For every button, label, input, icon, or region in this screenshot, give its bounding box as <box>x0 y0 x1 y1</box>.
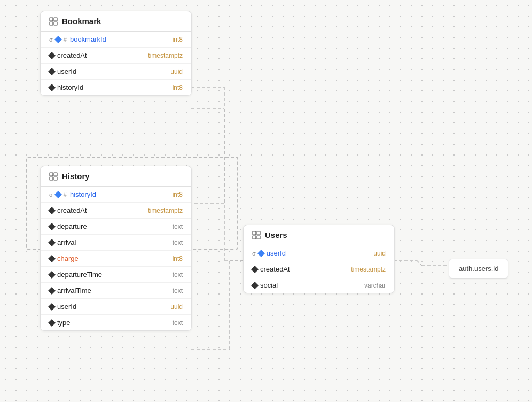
diamond-icon <box>48 254 56 262</box>
field-name: historyId <box>57 83 83 91</box>
auth-users-id-box: auth.users.id <box>449 259 508 279</box>
field-name: createdAt <box>57 206 87 214</box>
field-type: timestamptz <box>148 207 183 214</box>
field-type: varchar <box>364 282 386 289</box>
field-type: text <box>173 319 183 327</box>
users-table-header: Users <box>244 225 394 245</box>
field-name: type <box>57 319 71 327</box>
field-type: int8 <box>173 191 183 198</box>
svg-rect-20 <box>253 231 256 235</box>
field-type: text <box>173 271 183 279</box>
table-row: createdAt timestamptz <box>41 203 191 219</box>
table-row: social varchar <box>244 277 394 293</box>
history-table-header: History <box>41 166 191 187</box>
svg-rect-23 <box>257 236 260 239</box>
table-row: arrivalTime text <box>41 283 191 299</box>
field-name: bookmarkId <box>70 35 106 43</box>
table-row: userId uuid <box>41 299 191 315</box>
pk-icon: σ <box>49 191 53 198</box>
field-type: text <box>173 239 183 246</box>
pk-icon: σ <box>49 36 53 43</box>
pk-icon: σ <box>252 250 256 257</box>
field-name: userId <box>57 303 76 311</box>
field-name: social <box>260 281 278 289</box>
diamond-icon <box>48 83 56 91</box>
table-row: charge int8 <box>41 251 191 267</box>
bookmark-title: Bookmark <box>62 17 101 26</box>
hash-icon: # <box>64 36 67 43</box>
bookmark-table-header: Bookmark <box>41 11 191 32</box>
svg-rect-12 <box>50 18 53 21</box>
diamond-icon <box>251 265 259 273</box>
hash-icon: # <box>64 191 67 198</box>
svg-rect-14 <box>50 22 53 25</box>
field-name: createdAt <box>57 51 87 59</box>
svg-rect-22 <box>253 236 256 239</box>
svg-rect-19 <box>54 177 57 180</box>
diamond-icon <box>48 206 56 214</box>
diamond-icon <box>48 222 56 230</box>
table-row: createdAt timestamptz <box>41 48 191 64</box>
table-row: σ # historyId int8 <box>41 187 191 203</box>
table-row: createdAt timestamptz <box>244 261 394 277</box>
field-type: timestamptz <box>351 266 386 273</box>
bookmark-table: Bookmark σ # bookmarkId int8 createdAt t… <box>40 11 192 96</box>
svg-rect-18 <box>50 177 53 180</box>
svg-rect-21 <box>257 231 260 235</box>
table-row: type text <box>41 315 191 330</box>
table-grid-icon <box>49 172 58 181</box>
diamond-icon <box>48 67 56 75</box>
field-type: text <box>173 287 183 295</box>
field-name: arrival <box>57 238 76 246</box>
table-grid-icon <box>252 231 261 239</box>
field-name: userId <box>267 249 286 257</box>
field-type: int8 <box>173 36 183 43</box>
auth-label: auth.users.id <box>459 265 498 273</box>
svg-rect-16 <box>50 173 53 176</box>
table-grid-icon <box>49 17 58 26</box>
diamond-icon <box>257 249 265 257</box>
diamond-icon <box>48 287 56 294</box>
svg-rect-17 <box>54 173 57 176</box>
field-type: int8 <box>173 255 183 262</box>
field-name: userId <box>57 67 76 75</box>
field-name: createdAt <box>260 265 290 273</box>
diamond-icon <box>48 303 56 310</box>
history-title: History <box>62 172 90 181</box>
table-row: historyId int8 <box>41 80 191 95</box>
table-row: σ userId uuid <box>244 245 394 261</box>
table-row: departure text <box>41 219 191 235</box>
table-row: userId uuid <box>41 64 191 80</box>
field-type: uuid <box>170 303 183 311</box>
history-table: History σ # historyId int8 createdAt tim… <box>40 166 192 331</box>
field-type: int8 <box>173 84 183 91</box>
field-type: text <box>173 223 183 230</box>
field-type: uuid <box>170 68 183 75</box>
field-name: arrivalTime <box>57 287 91 295</box>
users-table: Users σ userId uuid createdAt timestampt… <box>243 225 395 293</box>
table-row: arrival text <box>41 235 191 251</box>
diamond-icon <box>251 281 259 289</box>
field-type: timestamptz <box>148 52 183 59</box>
diamond-icon <box>48 51 56 59</box>
field-name: departure <box>57 222 87 230</box>
field-name-charge: charge <box>57 254 79 262</box>
diamond-icon <box>54 35 62 43</box>
field-type: uuid <box>373 250 386 257</box>
table-row: departureTime text <box>41 267 191 283</box>
users-title: Users <box>265 230 287 239</box>
diamond-icon <box>48 270 56 278</box>
svg-rect-15 <box>54 22 57 25</box>
svg-rect-13 <box>54 18 57 21</box>
table-row: σ # bookmarkId int8 <box>41 32 191 48</box>
svg-line-10 <box>417 260 422 266</box>
field-name: departureTime <box>57 270 102 279</box>
diamond-icon <box>48 319 56 326</box>
diamond-icon <box>48 238 56 246</box>
diamond-icon <box>54 190 62 198</box>
field-name: historyId <box>70 190 96 198</box>
